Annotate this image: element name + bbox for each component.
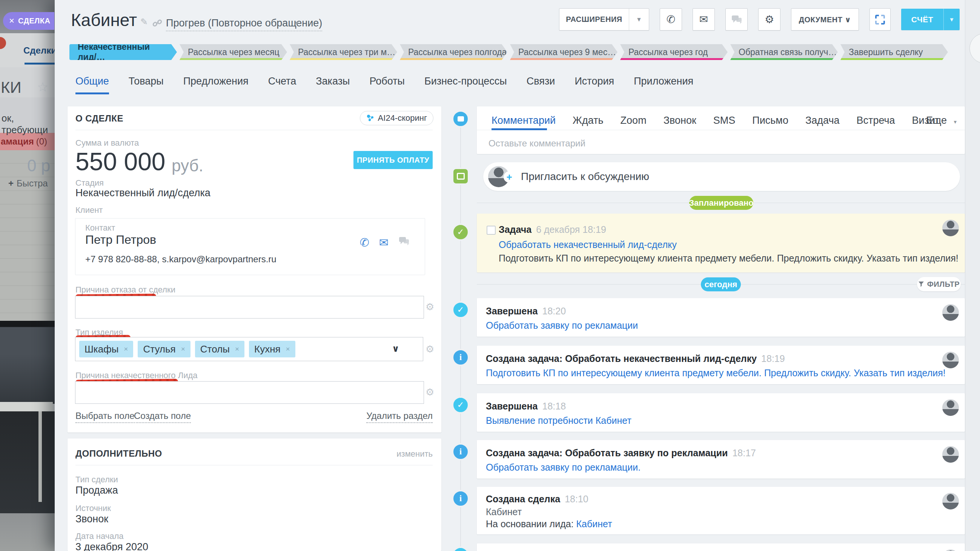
entry-link[interactable]: Кабинет [576, 519, 612, 529]
tl-tab-wait[interactable]: Ждать [573, 115, 603, 126]
background-deals-tab[interactable]: Сделки [23, 45, 55, 56]
expand-button[interactable] [869, 8, 891, 30]
mail-icon[interactable]: ✉ [379, 236, 388, 249]
gear-icon[interactable]: ⚙ [425, 301, 434, 313]
stage-pill-7[interactable]: Завершить сделку [840, 44, 948, 60]
remove-tag-icon[interactable]: × [124, 345, 128, 353]
contact-name-link[interactable]: Петр Петров [85, 233, 156, 247]
background-photo-cabinet [0, 321, 55, 404]
edit-link[interactable]: изменить [396, 449, 433, 459]
product-tag[interactable]: Кухня× [249, 341, 295, 357]
tab-quotes[interactable]: Предложения [183, 75, 248, 94]
chevron-down-icon[interactable]: ∨ [392, 344, 399, 354]
entry-link[interactable]: Выявление потребности Кабинет [486, 415, 632, 426]
start-date-value[interactable]: 3 декабря 2020 [75, 541, 148, 551]
bad-lead-reason-input[interactable] [75, 381, 424, 404]
tl-tab-call[interactable]: Звонок [663, 115, 696, 126]
ai-scoring-badge[interactable]: AI24-скоринг [360, 111, 433, 125]
settings-button[interactable]: ⚙ [758, 8, 780, 30]
chat-button[interactable] [725, 8, 748, 30]
contact-info-line[interactable]: +7 978 820-88-88, s.karpov@karpovpartner… [85, 254, 277, 264]
tl-tab-zoom[interactable]: Zoom [620, 115, 646, 126]
tl-tab-more[interactable]: Еще [926, 115, 947, 126]
comment-input[interactable]: Оставьте комментарий [488, 138, 585, 149]
accept-payment-button[interactable]: ПРИНЯТЬ ОПЛАТУ [353, 151, 433, 169]
tab-apps[interactable]: Приложения [634, 75, 693, 94]
pipeline-selector[interactable]: Прогрев (Повторное обращение) [166, 18, 322, 31]
scheduled-task-card[interactable]: Задача6 декабря 18:19 Обработать некачес… [477, 213, 965, 272]
tab-history[interactable]: История [574, 75, 614, 94]
deal-sum-value[interactable]: 550 000 [75, 147, 165, 176]
tl-tab-task[interactable]: Задача [805, 115, 840, 126]
source-value[interactable]: Звонок [75, 513, 108, 525]
tab-bizproc[interactable]: Бизнес-процессы [424, 75, 507, 94]
create-field-link[interactable]: Создать поле [134, 411, 191, 423]
tl-tab-meeting[interactable]: Встреча [857, 115, 895, 126]
stage-pill-1[interactable]: Рассылка через месяц [180, 44, 287, 60]
edit-title-icon[interactable]: ✎ [140, 17, 148, 27]
entry-link[interactable]: Подготовить КП по интересующему клиента … [486, 368, 946, 379]
document-button[interactable]: ДОКУМЕНТ ∨ [791, 8, 859, 30]
select-field-link[interactable]: Выбрать поле [75, 411, 135, 423]
chat-bubbles-icon[interactable] [398, 236, 410, 247]
stage-pill-4[interactable]: Рассылка через 9 мес… [510, 44, 617, 60]
call-button[interactable]: ✆ [660, 8, 682, 30]
phone-icon[interactable]: ✆ [360, 236, 369, 249]
remove-tag-icon[interactable]: × [181, 345, 185, 353]
background-quick-deal-button[interactable]: +Быстра [8, 178, 48, 189]
chevron-down-icon[interactable]: ▾ [954, 118, 957, 125]
entry-link[interactable]: Обработать заявку по рекламации [486, 320, 638, 331]
timeline-entry[interactable]: Завершена18:10 [477, 543, 965, 551]
invoice-button[interactable]: СЧЁТ ▼ [901, 9, 959, 30]
stage-pill-0[interactable]: Некачественный лид/… [69, 44, 177, 60]
tl-tab-comment[interactable]: Комментарий [492, 115, 556, 126]
tab-products[interactable]: Товары [129, 75, 164, 94]
timeline-entry[interactable]: Завершена18:20 Обработать заявку по рекл… [477, 298, 965, 337]
chevron-down-icon[interactable]: ▾ [295, 19, 298, 27]
chevron-down-icon[interactable]: ▼ [629, 16, 649, 23]
product-tag[interactable]: Стулья× [138, 341, 190, 357]
tl-tab-email[interactable]: Письмо [752, 115, 788, 126]
gear-icon[interactable]: ⚙ [425, 387, 434, 398]
add-user-icon[interactable]: + [504, 171, 515, 183]
extensions-button[interactable]: РАСШИРЕНИЯ ▼ [559, 8, 649, 30]
product-tag[interactable]: Шкафы× [79, 341, 133, 357]
deal-type-value[interactable]: Продажа [75, 484, 118, 496]
tl-tab-sms[interactable]: SMS [713, 115, 735, 126]
copy-link-icon[interactable] [153, 18, 162, 28]
contact-actions: ✆ ✉ [360, 236, 410, 249]
gear-icon[interactable]: ⚙ [425, 344, 434, 355]
remove-tag-icon[interactable]: × [286, 345, 290, 353]
product-type-select[interactable]: Шкафы× Стулья× Столы× Кухня× [75, 337, 423, 361]
filter-button[interactable]: ФИЛЬТР [917, 277, 961, 291]
slider-close-chip[interactable]: × СДЕЛКА [3, 12, 54, 30]
entry-link[interactable]: Обработать заявку по рекламации. [486, 462, 641, 473]
stage-pill-6[interactable]: Обратная связь получ… [730, 44, 838, 60]
stage-field-value[interactable]: Некачественный лид/сделка [75, 187, 210, 199]
task-checkbox[interactable] [487, 226, 496, 235]
tab-orders[interactable]: Заказы [316, 75, 350, 94]
reject-reason-input[interactable] [75, 296, 424, 318]
favorite-star-icon[interactable]: ☆ [37, 79, 48, 94]
tab-robots[interactable]: Роботы [369, 75, 405, 94]
timeline-entry[interactable]: Создана задача: Обработать заявку по рек… [477, 440, 965, 479]
email-button[interactable]: ✉ [692, 8, 715, 30]
chevron-down-icon[interactable]: ▼ [944, 16, 959, 23]
task-link[interactable]: Обработать некачественный лид-сделку [499, 239, 677, 250]
ai-molecule-icon [366, 114, 375, 122]
delete-section-link[interactable]: Удалить раздел [366, 411, 433, 423]
invite-to-discussion[interactable]: + Пригласить к обсуждению [483, 162, 960, 191]
remove-tag-icon[interactable]: × [235, 345, 239, 353]
close-icon[interactable]: × [9, 16, 14, 26]
stage-pill-2[interactable]: Рассылка через три м… [290, 44, 397, 60]
timeline-entry[interactable]: Создана задача: Обработать некачественны… [477, 346, 965, 384]
timeline-entry[interactable]: Создана сделка18:10 Кабинет На основании… [477, 487, 965, 534]
stage-pill-3[interactable]: Рассылка через полгода [400, 44, 508, 60]
tab-links[interactable]: Связи [527, 75, 555, 94]
product-tag[interactable]: Столы× [195, 341, 245, 357]
tab-general[interactable]: Общие [75, 75, 109, 94]
tab-invoices[interactable]: Счета [268, 75, 296, 94]
extensions-label: РАСШИРЕНИЯ [559, 15, 629, 24]
stage-pill-5[interactable]: Рассылка через год [620, 44, 728, 60]
timeline-entry[interactable]: Завершена18:18 Выявление потребности Каб… [477, 393, 965, 432]
